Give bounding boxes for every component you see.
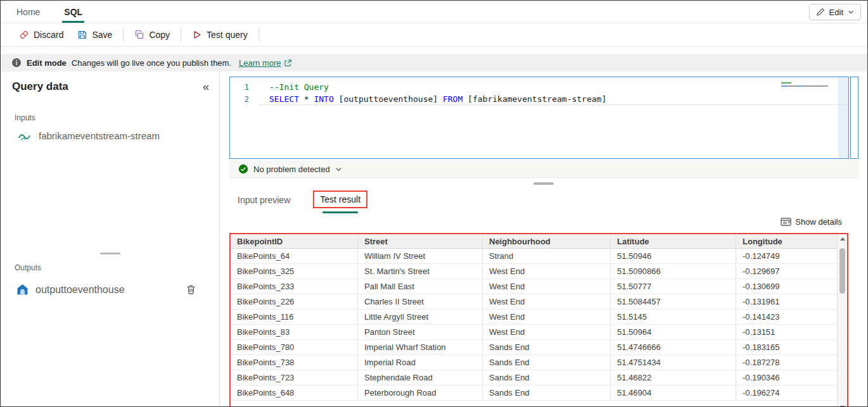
minimap-slider[interactable] (838, 77, 848, 158)
banner-title: Edit mode (27, 58, 67, 68)
table-row[interactable]: BikePoints_64William IV StreetStrand51.5… (231, 249, 837, 264)
save-label: Save (92, 30, 112, 40)
table-cell: BikePoints_64 (231, 249, 358, 263)
scroll-up-arrow[interactable] (838, 237, 847, 241)
main-area: 1--Init Query2SELECT * INTO [outputtoeve… (220, 72, 867, 406)
column-header[interactable]: Street (358, 234, 483, 248)
table-cell: Panton Street (358, 325, 483, 339)
copy-button[interactable]: Copy (127, 27, 177, 43)
input-item-eventstream[interactable]: fabrikameventstream-stream (18, 130, 160, 141)
pencil-icon (816, 8, 825, 16)
table-row[interactable]: BikePoints_723Stephendale RoadSands End5… (231, 370, 837, 385)
table-cell: -0.141423 (736, 310, 837, 324)
table-cell: BikePoints_233 (231, 279, 358, 294)
table-cell: BikePoints_325 (231, 264, 358, 279)
table-cell: Sands End (483, 340, 611, 354)
sidebar-resize-handle[interactable] (100, 253, 120, 254)
panel-resize-handle[interactable] (533, 182, 554, 185)
table-row[interactable]: BikePoints_648Peterborough RoadSands End… (231, 385, 837, 401)
sql-code-editor[interactable]: 1--Init Query2SELECT * INTO [outputtoeve… (229, 77, 849, 159)
edit-mode-dropdown-button[interactable]: Edit (809, 4, 861, 20)
check-circle-icon (238, 164, 248, 174)
table-cell: BikePoints_723 (231, 370, 358, 385)
editor-scrollbar[interactable] (850, 77, 858, 159)
show-details-button[interactable]: Show details (781, 217, 842, 227)
copy-label: Copy (149, 30, 170, 40)
column-header[interactable]: Longitude (736, 234, 837, 248)
save-button[interactable]: Save (70, 27, 119, 43)
column-header[interactable]: Latitude (611, 234, 736, 248)
table-cell: -0.183165 (736, 340, 837, 354)
table-cell: BikePoints_226 (231, 294, 358, 309)
chevron-down-icon (848, 9, 854, 15)
table-row[interactable]: BikePoints_116Little Argyll StreetWest E… (231, 310, 837, 325)
table-body: BikePoints_64William IV StreetStrand51.5… (231, 249, 837, 401)
table-cell: Peterborough Road (358, 385, 483, 400)
query-data-header: Query data « (12, 80, 209, 93)
result-tabs: Input preview Test result (230, 191, 367, 213)
table-cell: BikePoints_83 (231, 325, 358, 339)
table-cell: Stephendale Road (358, 370, 483, 385)
output-item-eventhouse[interactable]: outputtoeventhouse (16, 283, 196, 296)
column-header[interactable]: Neighbourhood (483, 234, 611, 248)
table-cell: BikePoints_116 (231, 310, 358, 324)
table-cell: West End (483, 310, 611, 324)
table-cell: 51.5084457 (611, 294, 736, 309)
toolbar-separator (181, 28, 181, 42)
play-icon (192, 30, 202, 40)
trash-icon[interactable] (186, 284, 196, 295)
table-row[interactable]: BikePoints_233Pall Mall EastWest End51.5… (231, 279, 837, 294)
table-cell: -0.13151 (736, 325, 837, 339)
vertical-scroll-thumb[interactable] (839, 248, 845, 294)
save-icon (77, 30, 87, 40)
table-header-row: BikepointIDStreetNeighbourhoodLatitudeLo… (231, 234, 837, 249)
code-text: SELECT * INTO [outputtoeventhouse] FROM … (258, 93, 848, 105)
validation-status-bar: No problem detected (229, 161, 858, 178)
edit-button-label: Edit (829, 8, 843, 17)
editor-minimap[interactable] (779, 81, 832, 87)
table-cell: 51.50964 (611, 325, 736, 339)
test-query-button[interactable]: Test query (185, 27, 255, 43)
table-cell: 51.50946 (611, 249, 736, 263)
learn-more-link[interactable]: Learn more (239, 58, 291, 68)
table-cell: William IV Street (358, 249, 483, 263)
panel-title: Query data (12, 80, 68, 93)
chevron-double-left-icon[interactable]: « (203, 81, 209, 92)
table-cell: 51.4746666 (611, 340, 736, 354)
tab-sql[interactable]: SQL (62, 1, 84, 23)
content-area: Query data « Inputs fabrikameventstream-… (1, 72, 867, 406)
eventhouse-icon (16, 283, 29, 296)
table-cell: St. Martin's Street (358, 264, 483, 279)
discard-label: Discard (34, 30, 63, 40)
discard-button[interactable]: Discard (12, 27, 70, 43)
banner-message: Changes will go live once you publish th… (72, 58, 231, 68)
learn-more-label: Learn more (239, 58, 281, 68)
query-data-panel: Query data « Inputs fabrikameventstream-… (1, 72, 220, 406)
tab-input-preview[interactable]: Input preview (230, 191, 298, 210)
table-row[interactable]: BikePoints_226Charles II StreetWest End5… (231, 294, 837, 310)
tab-test-result-wrap: Test result (313, 191, 367, 213)
column-header[interactable]: BikepointID (231, 234, 358, 248)
code-line[interactable]: 2SELECT * INTO [outputtoeventhouse] FROM… (230, 93, 848, 105)
table-cell: -0.187278 (736, 355, 837, 370)
table-cell: 51.4751434 (611, 355, 736, 370)
table-cell: BikePoints_780 (231, 340, 358, 354)
code-line[interactable]: 1--Init Query (230, 81, 848, 93)
table-row[interactable]: BikePoints_83Panton StreetWest End51.509… (231, 325, 837, 340)
tab-home[interactable]: Home (15, 1, 42, 23)
status-text: No problem detected (253, 165, 330, 174)
table-row[interactable]: BikePoints_325St. Martin's StreetWest En… (231, 264, 837, 279)
edit-mode-banner: Edit mode Changes will go live once you … (1, 54, 867, 72)
inputs-section-label: Inputs (15, 113, 35, 122)
table-row[interactable]: BikePoints_780Imperial Wharf StationSand… (231, 340, 837, 355)
table-row[interactable]: BikePoints_738Imperial RoadSands End51.4… (231, 355, 837, 370)
output-item-label: outputtoeventhouse (35, 284, 125, 296)
table-cell: West End (483, 279, 611, 294)
result-table: BikepointIDStreetNeighbourhoodLatitudeLo… (231, 234, 837, 407)
table-cell: BikePoints_738 (231, 355, 358, 370)
chevron-down-icon[interactable] (335, 166, 342, 173)
copy-icon (134, 30, 144, 40)
vertical-scrollbar[interactable] (837, 234, 847, 407)
line-number: 2 (230, 93, 258, 105)
tab-test-result[interactable]: Test result (313, 191, 367, 208)
